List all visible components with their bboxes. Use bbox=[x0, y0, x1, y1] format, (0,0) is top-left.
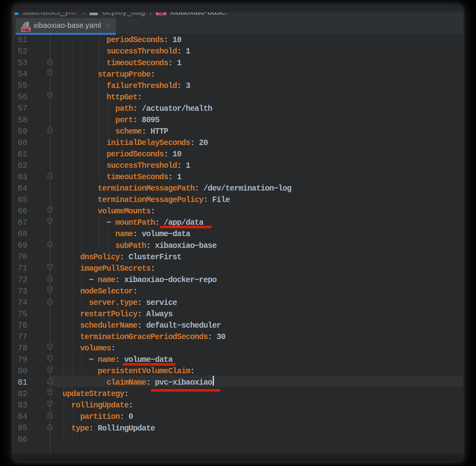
svg-text:YML: YML bbox=[22, 27, 30, 32]
